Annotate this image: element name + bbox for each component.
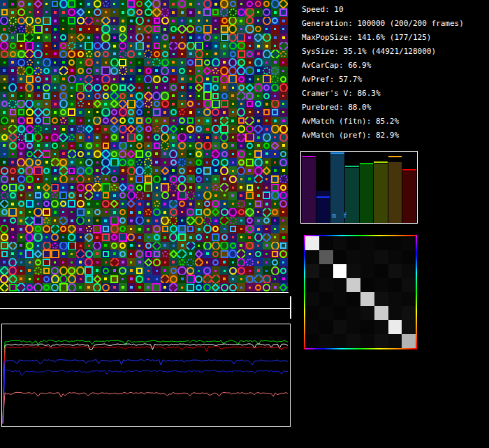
matrix-cell: [360, 306, 374, 320]
dot-glyph-icon: [206, 261, 208, 263]
dot-glyph-icon: [122, 286, 124, 289]
organism-cell: [161, 242, 169, 250]
ring-glyph-icon: [220, 0, 228, 8]
organism-cell: [0, 50, 8, 58]
dot-glyph-icon: [282, 36, 285, 39]
dot-glyph-icon: [232, 153, 234, 155]
ring-glyph-icon: [0, 34, 8, 42]
organism-cell: [68, 158, 76, 166]
organism-cell: [17, 208, 25, 217]
ring-glyph-icon: [110, 58, 119, 66]
organism-cell: [220, 58, 228, 66]
ring-glyph-icon: [237, 258, 245, 266]
organism-cell: [144, 125, 152, 133]
organism-cell: [152, 125, 161, 133]
organism-cell: [8, 266, 17, 275]
ring-glyph-icon: [203, 208, 211, 216]
organism-cell: [245, 66, 254, 75]
organism-cell: [119, 92, 127, 100]
square-glyph-icon: [68, 200, 75, 208]
organism-cell: [68, 17, 76, 25]
dot-glyph-icon: [282, 228, 284, 230]
organism-cell: [169, 150, 177, 158]
carrying-capacity-marker: [345, 166, 359, 167]
organism-cell: [0, 42, 8, 50]
diamond-glyph-icon: [271, 50, 279, 58]
dot-glyph-icon: [257, 136, 260, 139]
organism-cell: [76, 133, 85, 142]
organism-cell: [187, 25, 195, 34]
matrix-cell: [319, 320, 333, 334]
dot-glyph-icon: [29, 261, 31, 263]
preference-matrix-heatmap: [304, 235, 417, 349]
organism-cell: [8, 192, 17, 200]
ring-glyph-icon: [179, 168, 185, 174]
dot-glyph-icon: [20, 95, 22, 97]
dot-glyph-icon: [156, 194, 158, 196]
organism-cell: [195, 208, 203, 217]
dot-glyph-icon: [198, 228, 200, 231]
ring-glyph-icon: [263, 17, 271, 25]
dot-glyph-icon: [214, 194, 217, 197]
organism-cell: [161, 58, 169, 66]
organism-cell: [144, 242, 152, 250]
organism-cell: [25, 275, 34, 283]
population-grid[interactable]: [0, 0, 288, 291]
organism-cell: [254, 200, 263, 208]
organism-cell: [271, 0, 279, 8]
dot-glyph-icon: [113, 36, 116, 39]
organism-cell: [85, 217, 93, 225]
organism-cell: [51, 34, 59, 42]
dot-glyph-icon: [138, 261, 141, 263]
organism-cell: [8, 58, 17, 66]
stat-syssize: SysSize: 35.1% (44921/128000): [302, 45, 488, 59]
diamond-glyph-icon: [127, 83, 136, 92]
organism-cell: [34, 58, 42, 66]
ring-glyph-icon: [119, 159, 126, 166]
organism-cell: [187, 42, 195, 50]
dot-glyph-icon: [122, 203, 124, 205]
timeline-playhead[interactable]: [290, 296, 291, 319]
organism-cell: [59, 100, 68, 108]
organism-cell: [59, 108, 68, 117]
organism-cell: [93, 258, 101, 266]
square-glyph-icon: [245, 133, 254, 142]
ring-glyph-icon: [27, 143, 33, 149]
organism-cell: [237, 158, 245, 166]
organism-cell: [0, 225, 8, 233]
square-glyph-icon: [93, 225, 101, 233]
matrix-cell: [346, 236, 360, 250]
organism-cell: [93, 58, 101, 66]
ring-glyph-icon: [103, 268, 109, 274]
organism-cell: [237, 66, 245, 75]
organism-cell: [101, 17, 110, 25]
organism-cell: [245, 175, 254, 183]
organism-cell: [101, 250, 110, 258]
dot-glyph-icon: [189, 252, 192, 255]
organism-cell: [34, 34, 42, 42]
ring-glyph-icon: [279, 192, 287, 199]
organism-cell: [228, 242, 237, 250]
organism-cell: [203, 75, 212, 83]
dot-glyph-icon: [138, 203, 141, 205]
dot-glyph-icon: [130, 261, 132, 263]
matrix-cell: [305, 264, 319, 278]
dot-glyph-icon: [96, 261, 98, 263]
organism-cell: [0, 34, 8, 42]
gear-glyph-icon: [212, 68, 219, 74]
ring-glyph-icon: [254, 233, 263, 242]
organism-cell: [8, 200, 17, 208]
dot-glyph-icon: [274, 169, 277, 172]
matrix-cell: [305, 292, 319, 306]
organism-cell: [228, 17, 237, 25]
timeline-track[interactable]: [0, 308, 291, 309]
ring-glyph-icon: [94, 209, 101, 215]
ring-glyph-icon: [187, 59, 194, 66]
dot-glyph-icon: [80, 120, 82, 122]
dot-glyph-icon: [257, 52, 260, 55]
ring-glyph-icon: [221, 93, 228, 99]
square-glyph-icon: [25, 42, 34, 50]
ring-glyph-icon: [136, 250, 143, 258]
organism-cell: [127, 34, 136, 42]
organism-cell: [228, 50, 237, 58]
